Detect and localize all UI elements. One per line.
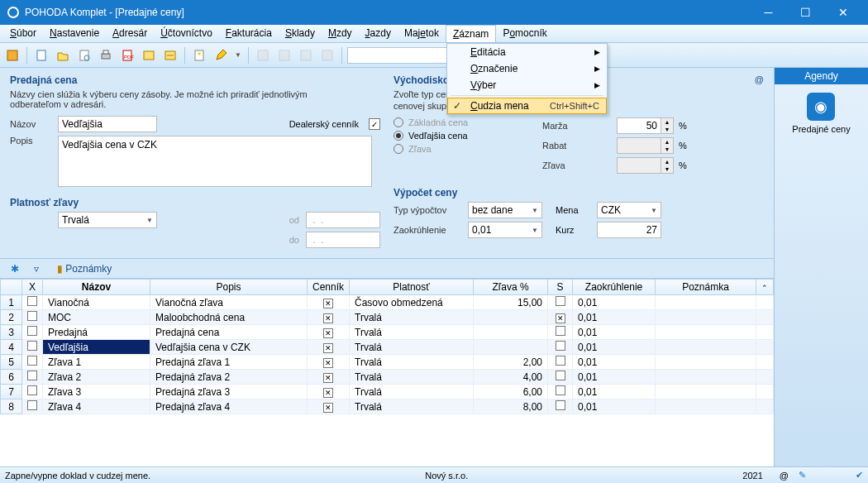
tab-filter[interactable]: ▿	[28, 260, 45, 278]
table-row[interactable]: 5Zľava 1Predajná zľava 1✕Trvalá2,000,01	[1, 355, 774, 370]
menu-item-cudzia-mena[interactable]: ✓Cudzia menaCtrl+Shift+C	[447, 98, 607, 114]
status-year: 2021	[742, 471, 762, 481]
menu-záznam[interactable]: ZáznamEditácia▶Označenie▶Výber▶✓Cudzia m…	[446, 25, 496, 42]
od-input[interactable]	[306, 212, 380, 228]
menu-súbor[interactable]: Súbor	[3, 25, 43, 42]
col-header[interactable]: Poznámka	[656, 280, 756, 295]
col-header[interactable]: S	[548, 280, 573, 295]
table-row[interactable]: 6Zľava 2Predajná zľava 2✕Trvalá4,000,01	[1, 370, 774, 385]
svg-rect-15	[301, 50, 311, 60]
kurz-input[interactable]	[597, 222, 661, 238]
table-row[interactable]: 1VianočnáVianočná zľava✕Časovo obmedzená…	[1, 295, 774, 310]
menu-fakturácia[interactable]: Fakturácia	[219, 25, 279, 42]
col-header[interactable]: Názov	[43, 280, 150, 295]
popis-input[interactable]	[58, 136, 372, 187]
menu-item-výber[interactable]: Výber▶	[447, 77, 607, 93]
menu-item-označenie[interactable]: Označenie▶	[447, 60, 607, 77]
new-icon[interactable]	[32, 46, 50, 65]
menu-pomocník[interactable]: Pomocník	[496, 25, 553, 42]
menu-jazdy[interactable]: Jazdy	[359, 25, 398, 42]
status-ok-icon: ✔	[856, 470, 863, 481]
tool-c[interactable]	[297, 46, 315, 65]
marza-input[interactable]: ▲▼	[617, 117, 674, 134]
rabat-input[interactable]: ▲▼	[617, 137, 674, 154]
col-header[interactable]: Zaokrúhlenie	[573, 280, 656, 295]
zaznam-menu-popup: Editácia▶Označenie▶Výber▶✓Cudzia menaCtr…	[446, 43, 608, 115]
platnost-title: Platnosť zľavy	[10, 197, 380, 208]
sidebar: Agendy ◉ Predajné ceny	[774, 68, 868, 466]
col-header[interactable]: Platnosť	[350, 280, 474, 295]
table-row[interactable]: 3PredajnáPredajná cena✕Trvalá0,01	[1, 325, 774, 340]
do-input[interactable]	[306, 232, 380, 248]
col-header[interactable]: Popis	[150, 280, 308, 295]
svg-point-1	[9, 8, 17, 17]
status-edit-icon: ✎	[799, 470, 806, 481]
platnost-select[interactable]: Trvalá▼	[58, 212, 157, 228]
panel-left-title: Predajná cena	[10, 74, 380, 86]
svg-rect-7	[103, 50, 108, 54]
menu-item-editácia[interactable]: Editácia▶	[447, 44, 607, 60]
menu-nastavenie[interactable]: Nastavenie	[43, 25, 106, 42]
radio-zlava[interactable]	[393, 144, 403, 154]
svg-rect-2	[7, 50, 17, 60]
new-record-icon[interactable]	[190, 46, 208, 65]
dropdown-icon[interactable]: ▼	[233, 46, 243, 65]
data-grid[interactable]: XNázovPopisCenníkPlatnosťZľava %SZaokrúh…	[0, 279, 774, 466]
dealer-checkbox[interactable]: ✓	[369, 118, 380, 130]
minimize-button[interactable]: ─	[750, 0, 787, 25]
tool-d[interactable]	[318, 46, 336, 65]
svg-rect-13	[258, 50, 268, 60]
svg-rect-6	[102, 54, 110, 59]
maximize-button[interactable]: ☐	[787, 0, 824, 25]
col-header[interactable]: Cenník	[308, 280, 350, 295]
menu-majetok[interactable]: Majetok	[398, 25, 446, 42]
open-icon[interactable]	[54, 46, 72, 65]
typ-select[interactable]: bez dane▼	[468, 202, 542, 218]
print-icon[interactable]	[97, 46, 115, 65]
menu-účtovníctvo[interactable]: Účtovníctvo	[154, 25, 219, 42]
titlebar: POHODA Komplet - [Predajné ceny] ─ ☐ ✕	[0, 0, 868, 25]
svg-text:PDF: PDF	[124, 55, 134, 60]
agenda-item[interactable]: ◉ Predajné ceny	[792, 93, 850, 134]
radio-vedlajsia[interactable]	[393, 131, 403, 141]
nazov-label: Názov	[10, 119, 58, 129]
panel-left: Predajná cena Názvy cien slúžia k výberu…	[10, 74, 380, 251]
tool-a[interactable]	[254, 46, 272, 65]
table-row[interactable]: 4VedľajšiaVedľajšia cena v CZK✕Trvalá0,0…	[1, 340, 774, 355]
statusbar: Zapne/vypne doklad v cudzej mene. Nový s…	[0, 466, 868, 483]
col-header[interactable]: X	[22, 280, 43, 295]
do-label: do	[266, 235, 299, 245]
menubar: SúborNastavenieAdresárÚčtovníctvoFakturá…	[0, 25, 868, 43]
tool-1[interactable]	[3, 46, 21, 65]
panel-left-desc: Názvy cien slúžia k výberu ceny zásoby. …	[10, 89, 357, 109]
preview-icon[interactable]	[75, 46, 93, 65]
menu-sklady[interactable]: Sklady	[279, 25, 322, 42]
status-left: Zapne/vypne doklad v cudzej mene.	[5, 471, 150, 481]
toolbar: PDF ▼ ▼ ⤢ ? ▼	[0, 43, 868, 68]
zlava-input[interactable]: ▲▼	[617, 157, 674, 174]
agenda-icon: ◉	[807, 93, 835, 121]
pdf-icon[interactable]: PDF	[118, 46, 136, 65]
edit-icon[interactable]	[212, 46, 230, 65]
svg-rect-10	[144, 51, 154, 60]
col-header[interactable]: Zľava %	[474, 280, 548, 295]
menu-adresár[interactable]: Adresár	[106, 25, 154, 42]
close-button[interactable]: ✕	[824, 0, 861, 25]
mena-select[interactable]: CZK▼	[597, 202, 661, 218]
tab-star[interactable]: ✱	[5, 260, 25, 278]
radio-zakladna[interactable]	[393, 117, 403, 127]
tool-b[interactable]	[275, 46, 293, 65]
col-header[interactable]	[1, 280, 22, 295]
nazov-input[interactable]	[58, 116, 157, 132]
tool-8[interactable]	[161, 46, 179, 65]
table-row[interactable]: 2MOCMaloobchodná cena✕Trvalá✕0,01	[1, 310, 774, 325]
menu-mzdy[interactable]: Mzdy	[322, 25, 359, 42]
table-row[interactable]: 7Zľava 3Predajná zľava 3✕Trvalá6,000,01	[1, 385, 774, 399]
tool-7[interactable]	[140, 46, 158, 65]
app-icon	[7, 6, 20, 19]
zaokr-select[interactable]: 0,01▼	[468, 222, 542, 238]
dealer-label: Dealerský cenník	[289, 119, 359, 129]
table-row[interactable]: 8Zľava 4Predajná zľava 4✕Trvalá8,000,01	[1, 399, 774, 414]
tab-poznamky[interactable]: ▮ Poznámky	[48, 260, 121, 278]
svg-rect-14	[279, 50, 289, 60]
